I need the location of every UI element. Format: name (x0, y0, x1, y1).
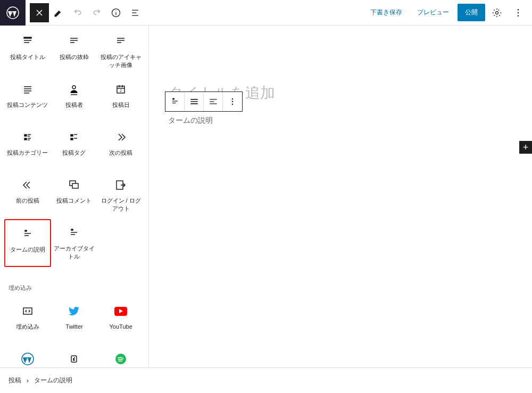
block-item-excerpt[interactable]: 投稿の抜粋 (51, 28, 98, 76)
block-item-loginout[interactable]: ログイン / ログアウト (97, 171, 144, 219)
editor-canvas[interactable]: タイトルを追加 タームの説明 + (149, 26, 532, 367)
svg-text:2: 2 (120, 89, 122, 93)
info-icon[interactable] (106, 3, 126, 22)
add-block-button[interactable]: + (519, 141, 532, 154)
featured-icon (114, 35, 127, 48)
breadcrumb-root[interactable]: 投稿 (9, 376, 21, 385)
svg-point-5 (518, 15, 519, 16)
block-label: アーカイブタイトル (53, 245, 96, 261)
more-icon[interactable] (509, 3, 528, 22)
align-icon[interactable] (185, 92, 204, 111)
svg-rect-10 (72, 183, 78, 188)
block-label: ログイン / ログアウト (99, 197, 142, 213)
block-label: 投稿日 (112, 101, 130, 109)
block-label: 埋め込み (16, 323, 39, 331)
preview-button[interactable]: プレビュー (411, 4, 455, 21)
embed-icon (21, 305, 34, 317)
svg-point-3 (518, 9, 519, 10)
save-draft-button[interactable]: 下書き保存 (364, 4, 409, 21)
block-label: タームの説明 (10, 246, 45, 254)
svg-rect-12 (23, 308, 32, 314)
date-icon: 2 (114, 83, 127, 96)
close-inserter-button[interactable] (30, 3, 49, 22)
block-label: 投稿コンテンツ (7, 101, 48, 109)
outline-icon[interactable] (126, 3, 145, 22)
block-item-next[interactable]: 次の投稿 (97, 123, 144, 171)
svg-point-2 (496, 11, 498, 14)
block-item-category[interactable]: 投稿カテゴリー (4, 123, 51, 171)
term-description-block[interactable]: タームの説明 (168, 116, 213, 126)
block-item-twitter[interactable]: Twitter (51, 297, 98, 345)
soundcloud-icon (68, 353, 80, 365)
block-item-wordpress[interactable]: WordPress (4, 345, 51, 367)
block-label: 前の投稿 (16, 197, 39, 205)
block-item-author[interactable]: 投稿者 (51, 76, 98, 123)
wordpress-logo[interactable] (0, 0, 26, 26)
svg-point-18 (232, 104, 234, 105)
block-item-youtube[interactable]: YouTube (97, 297, 144, 345)
embed-section-title: 埋め込み (0, 275, 148, 295)
block-label: 投稿の抜粋 (60, 53, 89, 61)
block-label: 投稿コメント (56, 197, 92, 205)
block-breadcrumb: 投稿 › タームの説明 (0, 367, 532, 393)
block-item-soundcloud[interactable]: SoundCloud (51, 345, 98, 367)
block-label: YouTube (110, 323, 132, 331)
tag-icon (68, 131, 80, 144)
redo-icon[interactable] (87, 3, 106, 22)
youtube-icon (114, 305, 127, 317)
spotify-icon (114, 353, 127, 365)
svg-point-6 (72, 86, 76, 89)
next-icon (114, 131, 127, 144)
block-item-prev[interactable]: 前の投稿 (4, 171, 51, 219)
top-toolbar: 下書き保存 プレビュー 公開 (0, 0, 532, 26)
excerpt-icon (68, 35, 80, 48)
author-icon (68, 83, 80, 96)
term-desc-icon (21, 228, 34, 240)
block-item-tag[interactable]: 投稿タグ (51, 123, 98, 171)
breadcrumb-separator: › (27, 377, 29, 384)
block-inserter-panel: 投稿タイトル投稿の抜粋投稿のアイキャッチ画像投稿コンテンツ投稿者2投稿日投稿カテ… (0, 26, 149, 367)
publish-button[interactable]: 公開 (458, 4, 485, 21)
archive-title-icon (68, 227, 80, 239)
block-toolbar (165, 91, 243, 112)
content-icon (21, 83, 34, 96)
breadcrumb-current[interactable]: タームの説明 (34, 376, 72, 385)
block-item-archive-title[interactable]: アーカイブタイトル (51, 219, 98, 267)
edit-icon[interactable] (49, 3, 68, 22)
undo-icon[interactable] (68, 3, 87, 22)
settings-icon[interactable] (487, 3, 506, 22)
text-align-icon[interactable] (204, 92, 223, 111)
comments-icon (68, 179, 80, 191)
block-item-title[interactable]: 投稿タイトル (4, 28, 51, 76)
block-label: 投稿タグ (62, 149, 86, 157)
title-icon (21, 35, 34, 48)
block-more-icon[interactable] (223, 92, 242, 111)
svg-point-17 (232, 101, 234, 103)
block-item-term-desc[interactable]: タームの説明 (4, 219, 51, 267)
prev-icon (21, 179, 34, 191)
category-icon (21, 131, 34, 144)
block-label: 次の投稿 (109, 149, 132, 157)
block-item-embed[interactable]: 埋め込み (4, 297, 51, 345)
block-item-comments[interactable]: 投稿コメント (51, 171, 98, 219)
block-label: Twitter (65, 323, 82, 331)
block-item-date[interactable]: 2投稿日 (97, 76, 144, 123)
block-type-icon[interactable] (165, 92, 185, 111)
wordpress-icon (21, 353, 34, 365)
block-label: 投稿のアイキャッチ画像 (99, 53, 142, 70)
block-label: 投稿タイトル (10, 53, 45, 61)
block-label: 投稿者 (65, 101, 83, 109)
svg-point-16 (232, 98, 234, 100)
block-label: 投稿カテゴリー (7, 149, 48, 157)
twitter-icon (68, 305, 80, 317)
loginout-icon (114, 179, 127, 191)
svg-point-4 (518, 12, 519, 13)
block-item-spotify[interactable]: Spotify (97, 345, 144, 367)
block-item-content[interactable]: 投稿コンテンツ (4, 76, 51, 123)
block-item-featured[interactable]: 投稿のアイキャッチ画像 (97, 28, 144, 76)
